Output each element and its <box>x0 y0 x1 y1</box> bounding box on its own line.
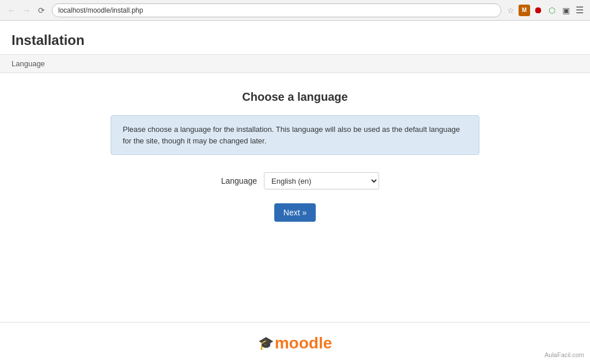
refresh-button[interactable]: ⟳ <box>35 3 48 17</box>
empty-space <box>0 233 590 322</box>
url-text: localhost/moodle/install.php <box>58 6 143 14</box>
breadcrumb-text: Language <box>12 59 45 68</box>
extension1-icon[interactable]: M <box>519 5 530 16</box>
watermark: AulaFacil.com <box>544 351 584 358</box>
page-content: Installation Language Choose a language … <box>0 21 590 364</box>
bookmark-icon[interactable]: ☆ <box>505 5 516 16</box>
info-box: Please choose a language for the install… <box>111 115 479 155</box>
page-footer: 🎓 moodle <box>0 322 590 364</box>
browser-chrome: ← → ⟳ localhost/moodle/install.php ☆ M ⏺… <box>0 0 590 21</box>
page-title: Installation <box>12 32 578 48</box>
nav-buttons: ← → ⟳ <box>5 3 48 17</box>
extension3-icon[interactable]: ⬡ <box>546 5 558 16</box>
main-area: Choose a language Please choose a langua… <box>0 73 590 233</box>
info-text: Please choose a language for the install… <box>123 125 460 145</box>
extension4-icon[interactable]: ▣ <box>560 5 572 16</box>
moodle-cap-icon: 🎓 <box>258 336 274 351</box>
back-button[interactable]: ← <box>5 3 18 17</box>
language-form-row: Language English (en) <box>211 172 379 189</box>
language-label: Language <box>211 176 257 185</box>
section-title: Choose a language <box>242 90 347 104</box>
breadcrumb: Language <box>0 54 590 73</box>
next-button[interactable]: Next » <box>274 203 316 222</box>
moodle-logo: 🎓 moodle <box>258 334 332 352</box>
page-header: Installation <box>0 21 590 54</box>
moodle-logo-text: moodle <box>275 334 332 352</box>
menu-icon[interactable]: ☰ <box>574 5 585 16</box>
address-bar[interactable]: localhost/moodle/install.php <box>52 3 501 17</box>
browser-icons: ☆ M ⏺ ⬡ ▣ ☰ <box>505 5 585 16</box>
forward-button[interactable]: → <box>20 3 33 17</box>
language-select[interactable]: English (en) <box>264 172 379 189</box>
extension2-icon[interactable]: ⏺ <box>532 5 544 16</box>
